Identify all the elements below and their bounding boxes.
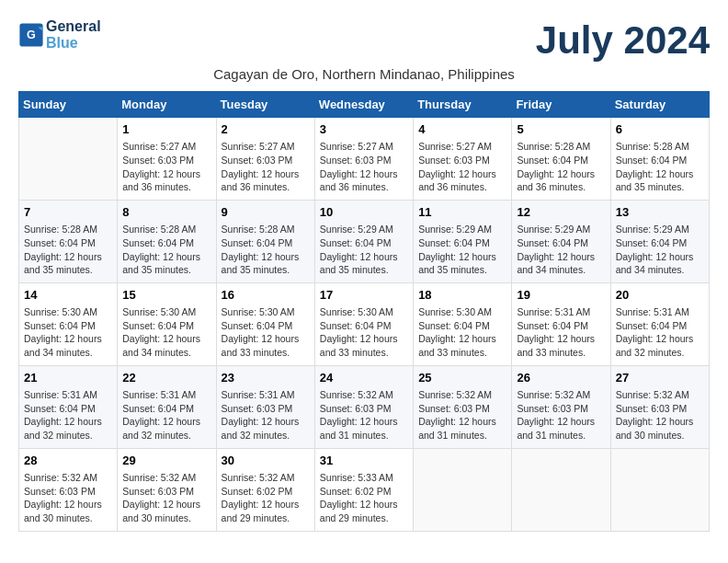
day-number: 16 [222, 287, 310, 304]
calendar-week-1: 1Sunrise: 5:27 AM Sunset: 6:03 PM Daylig… [19, 118, 710, 201]
calendar-cell: 15Sunrise: 5:30 AM Sunset: 6:04 PM Dayli… [118, 282, 216, 365]
header-wednesday: Wednesday [314, 92, 413, 118]
day-info: Sunrise: 5:31 AM Sunset: 6:04 PM Dayligh… [122, 388, 210, 442]
calendar-cell [610, 448, 709, 531]
calendar-header-row: SundayMondayTuesdayWednesdayThursdayFrid… [19, 92, 710, 118]
calendar-cell: 11Sunrise: 5:29 AM Sunset: 6:04 PM Dayli… [414, 200, 512, 282]
day-info: Sunrise: 5:33 AM Sunset: 6:02 PM Dayligh… [320, 471, 408, 525]
day-number: 9 [222, 204, 310, 221]
calendar-cell: 20Sunrise: 5:31 AM Sunset: 6:04 PM Dayli… [610, 282, 709, 365]
calendar-cell: 24Sunrise: 5:32 AM Sunset: 6:03 PM Dayli… [314, 365, 413, 448]
day-number: 17 [320, 287, 408, 304]
day-info: Sunrise: 5:30 AM Sunset: 6:04 PM Dayligh… [320, 305, 408, 360]
day-number: 5 [517, 121, 605, 138]
day-info: Sunrise: 5:30 AM Sunset: 6:04 PM Dayligh… [122, 305, 210, 360]
day-info: Sunrise: 5:31 AM Sunset: 6:04 PM Dayligh… [517, 305, 605, 360]
day-number: 1 [122, 121, 210, 138]
calendar-table: SundayMondayTuesdayWednesdayThursdayFrid… [18, 91, 710, 532]
day-number: 19 [517, 287, 605, 304]
day-number: 25 [418, 370, 506, 386]
day-info: Sunrise: 5:29 AM Sunset: 6:04 PM Dayligh… [320, 223, 408, 277]
day-info: Sunrise: 5:28 AM Sunset: 6:04 PM Dayligh… [222, 223, 310, 277]
logo-icon: G [18, 22, 44, 48]
day-info: Sunrise: 5:30 AM Sunset: 6:04 PM Dayligh… [418, 305, 506, 360]
calendar-cell: 3Sunrise: 5:27 AM Sunset: 6:03 PM Daylig… [314, 118, 413, 201]
day-number: 18 [418, 287, 506, 304]
day-number: 13 [616, 204, 704, 221]
calendar-cell: 31Sunrise: 5:33 AM Sunset: 6:02 PM Dayli… [314, 448, 413, 531]
calendar-cell: 27Sunrise: 5:32 AM Sunset: 6:03 PM Dayli… [610, 365, 709, 448]
day-number: 29 [122, 453, 210, 469]
calendar-cell: 10Sunrise: 5:29 AM Sunset: 6:04 PM Dayli… [314, 200, 413, 282]
calendar-cell: 17Sunrise: 5:30 AM Sunset: 6:04 PM Dayli… [314, 282, 413, 365]
header-thursday: Thursday [414, 92, 512, 118]
day-number: 30 [222, 453, 310, 469]
day-number: 6 [616, 121, 704, 138]
svg-text:G: G [27, 29, 36, 41]
page-header: G General Blue July 2024 [18, 18, 710, 63]
day-number: 14 [24, 287, 112, 304]
header-sunday: Sunday [19, 92, 118, 118]
day-info: Sunrise: 5:32 AM Sunset: 6:03 PM Dayligh… [24, 471, 112, 525]
day-number: 20 [616, 287, 704, 304]
logo-line1: General [46, 18, 101, 35]
day-info: Sunrise: 5:28 AM Sunset: 6:04 PM Dayligh… [517, 140, 605, 194]
calendar-cell: 8Sunrise: 5:28 AM Sunset: 6:04 PM Daylig… [118, 200, 216, 282]
day-info: Sunrise: 5:27 AM Sunset: 6:03 PM Dayligh… [418, 140, 506, 194]
calendar-cell [512, 448, 610, 531]
day-info: Sunrise: 5:29 AM Sunset: 6:04 PM Dayligh… [418, 223, 506, 277]
header-saturday: Saturday [610, 92, 709, 118]
calendar-cell: 1Sunrise: 5:27 AM Sunset: 6:03 PM Daylig… [118, 118, 216, 201]
day-info: Sunrise: 5:29 AM Sunset: 6:04 PM Dayligh… [616, 223, 704, 277]
day-number: 23 [222, 370, 310, 386]
day-number: 11 [418, 204, 506, 221]
calendar-cell: 18Sunrise: 5:30 AM Sunset: 6:04 PM Dayli… [414, 282, 512, 365]
calendar-cell: 13Sunrise: 5:29 AM Sunset: 6:04 PM Dayli… [610, 200, 709, 282]
calendar-cell: 9Sunrise: 5:28 AM Sunset: 6:04 PM Daylig… [216, 200, 314, 282]
day-number: 2 [222, 121, 310, 138]
calendar-cell: 5Sunrise: 5:28 AM Sunset: 6:04 PM Daylig… [512, 118, 610, 201]
calendar-cell: 19Sunrise: 5:31 AM Sunset: 6:04 PM Dayli… [512, 282, 610, 365]
calendar-cell: 12Sunrise: 5:29 AM Sunset: 6:04 PM Dayli… [512, 200, 610, 282]
day-info: Sunrise: 5:31 AM Sunset: 6:04 PM Dayligh… [24, 388, 112, 442]
calendar-cell: 2Sunrise: 5:27 AM Sunset: 6:03 PM Daylig… [216, 118, 314, 201]
day-info: Sunrise: 5:27 AM Sunset: 6:03 PM Dayligh… [122, 140, 210, 194]
calendar-week-2: 7Sunrise: 5:28 AM Sunset: 6:04 PM Daylig… [19, 200, 710, 282]
day-info: Sunrise: 5:32 AM Sunset: 6:03 PM Dayligh… [122, 471, 210, 525]
calendar-cell: 21Sunrise: 5:31 AM Sunset: 6:04 PM Dayli… [19, 365, 118, 448]
day-info: Sunrise: 5:31 AM Sunset: 6:03 PM Dayligh… [222, 388, 310, 442]
calendar-cell: 28Sunrise: 5:32 AM Sunset: 6:03 PM Dayli… [19, 448, 118, 531]
calendar-cell: 25Sunrise: 5:32 AM Sunset: 6:03 PM Dayli… [414, 365, 512, 448]
day-info: Sunrise: 5:32 AM Sunset: 6:03 PM Dayligh… [517, 388, 605, 442]
day-info: Sunrise: 5:32 AM Sunset: 6:03 PM Dayligh… [616, 388, 704, 442]
day-number: 27 [616, 370, 704, 386]
day-info: Sunrise: 5:28 AM Sunset: 6:04 PM Dayligh… [24, 223, 112, 277]
day-number: 15 [122, 287, 210, 304]
day-number: 10 [320, 204, 408, 221]
logo-text: General Blue [46, 18, 101, 52]
calendar-cell: 29Sunrise: 5:32 AM Sunset: 6:03 PM Dayli… [118, 448, 216, 531]
day-number: 7 [24, 204, 112, 221]
day-number: 26 [517, 370, 605, 386]
day-number: 22 [122, 370, 210, 386]
calendar-cell: 22Sunrise: 5:31 AM Sunset: 6:04 PM Dayli… [118, 365, 216, 448]
calendar-cell: 26Sunrise: 5:32 AM Sunset: 6:03 PM Dayli… [512, 365, 610, 448]
day-info: Sunrise: 5:29 AM Sunset: 6:04 PM Dayligh… [517, 223, 605, 277]
day-info: Sunrise: 5:27 AM Sunset: 6:03 PM Dayligh… [320, 140, 408, 194]
calendar-cell: 30Sunrise: 5:32 AM Sunset: 6:02 PM Dayli… [216, 448, 314, 531]
day-number: 21 [24, 370, 112, 386]
header-tuesday: Tuesday [216, 92, 314, 118]
day-number: 28 [24, 453, 112, 469]
month-title: July 2024 [536, 18, 710, 63]
calendar-week-5: 28Sunrise: 5:32 AM Sunset: 6:03 PM Dayli… [19, 448, 710, 531]
day-info: Sunrise: 5:28 AM Sunset: 6:04 PM Dayligh… [122, 223, 210, 277]
logo-line2: Blue [46, 35, 101, 52]
calendar-week-3: 14Sunrise: 5:30 AM Sunset: 6:04 PM Dayli… [19, 282, 710, 365]
day-number: 12 [517, 204, 605, 221]
calendar-cell: 23Sunrise: 5:31 AM Sunset: 6:03 PM Dayli… [216, 365, 314, 448]
day-number: 31 [320, 453, 408, 469]
header-monday: Monday [118, 92, 216, 118]
day-info: Sunrise: 5:32 AM Sunset: 6:02 PM Dayligh… [222, 471, 310, 525]
day-info: Sunrise: 5:31 AM Sunset: 6:04 PM Dayligh… [616, 305, 704, 360]
calendar-cell: 14Sunrise: 5:30 AM Sunset: 6:04 PM Dayli… [19, 282, 118, 365]
